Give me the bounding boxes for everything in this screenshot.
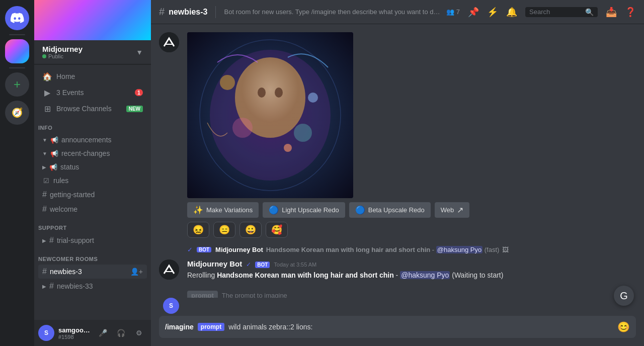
light-upscale-redo-button[interactable]: 🔵 Light Upscale Redo: [263, 202, 345, 218]
reaction-grin[interactable]: 😀: [239, 222, 262, 238]
main-content: # newbies-3 Bot room for new users. Type…: [151, 0, 644, 346]
channel-status[interactable]: ▶ 📢 status: [38, 160, 147, 174]
chat-area: ✨ Make Variations 🔵 Light Upscale Redo 🔵…: [151, 24, 644, 298]
bot-badge: BOT: [255, 262, 270, 268]
browse-icon: ⊞: [42, 104, 52, 114]
message-author[interactable]: Midjourney Bot: [187, 260, 242, 268]
channel-label: newbies-33: [57, 282, 93, 290]
discord-home-button[interactable]: [5, 6, 29, 30]
search-bar[interactable]: Search 🔍: [525, 7, 598, 17]
svg-point-9: [308, 93, 318, 103]
input-avatar: S: [163, 298, 179, 314]
explore-servers-button[interactable]: 🧭: [5, 101, 29, 125]
channel-label: status: [60, 163, 79, 171]
member-count[interactable]: 👥 7: [446, 8, 460, 16]
settings-button[interactable]: ⚙: [131, 325, 147, 341]
pin-icon[interactable]: 📌: [468, 7, 479, 18]
deafen-button[interactable]: 🎧: [113, 325, 129, 341]
channel-label: rules: [53, 177, 68, 185]
web-label: Web: [441, 206, 454, 214]
help-icon[interactable]: ❓: [625, 7, 636, 18]
sidebar-channels: 🏠 Home ▶ 3 Events 1 ⊞ Browse Channels NE…: [34, 64, 151, 320]
beta-upscale-redo-button[interactable]: 🔵 Beta Upscale Redo: [349, 202, 431, 218]
prompt-row: prompt The prompt to imagine: [187, 291, 636, 298]
add-member-icon[interactable]: 👤+: [130, 268, 143, 276]
inbox-icon[interactable]: 📥: [606, 7, 617, 18]
server-header[interactable]: Midjourney Public ▼: [34, 40, 151, 64]
mute-button[interactable]: 🎤: [95, 325, 111, 341]
sidebar-item-home[interactable]: 🏠 Home: [38, 68, 147, 84]
channel-hash-icon: #: [159, 6, 165, 18]
server-divider-2: [9, 67, 25, 68]
channel-announcements[interactable]: ▼ 📢 announcements: [38, 133, 147, 146]
server-name: Midjourney: [42, 45, 83, 53]
hash-icon: #: [42, 205, 47, 214]
channel-header: # newbies-3: [159, 6, 207, 18]
channel-rules[interactable]: ☑ rules: [38, 174, 147, 187]
browse-channels-button[interactable]: ⊞ Browse Channels NEW: [38, 101, 147, 117]
channel-trial-support[interactable]: ▶ # trial-support: [38, 233, 147, 247]
make-variations-button[interactable]: ✨ Make Variations: [187, 202, 259, 218]
message-content: ✓ BOT Midjourney Bot Handsome Korean man…: [187, 246, 636, 253]
home-label: Home: [56, 72, 75, 80]
message-time: Today at 3:55 AM: [274, 262, 316, 268]
message-header: Midjourney Bot ✓ BOT Today at 3:55 AM: [187, 260, 636, 268]
channel-label: announcements: [61, 136, 112, 144]
beta-upscale-label: Beta Upscale Redo: [368, 206, 425, 214]
action-buttons: ✨ Make Variations 🔵 Light Upscale Redo 🔵…: [187, 202, 636, 218]
prompt-description: The prompt to imagine: [222, 292, 287, 298]
channel-newbies-33[interactable]: ▶ # newbies-33: [38, 279, 147, 293]
server-banner: [34, 0, 151, 40]
reaction-tired[interactable]: 😖: [187, 222, 209, 238]
chat-input[interactable]: [228, 323, 613, 331]
channel-getting-started[interactable]: # getting-started: [38, 188, 147, 202]
topbar: # newbies-3 Bot room for new users. Type…: [151, 0, 644, 24]
hash-icon: #: [42, 190, 47, 199]
reaction-expressionless[interactable]: 😑: [213, 222, 235, 238]
sidebar-item-events[interactable]: ▶ 3 Events 1: [38, 84, 147, 101]
inline-author: Midjourney Bot: [215, 246, 263, 253]
scroll-to-bottom-button[interactable]: G: [614, 286, 634, 306]
check-icon: ☑: [42, 177, 50, 185]
channel-recent-changes[interactable]: ▼ 📢 recent-changes: [38, 147, 147, 160]
image-icon[interactable]: 🖼: [502, 246, 509, 253]
table-row: ✓ BOT Midjourney Bot Handsome Korean man…: [159, 246, 636, 253]
events-label: 3 Events: [56, 89, 84, 97]
server-divider: [9, 34, 25, 35]
channel-name: newbies-3: [169, 8, 207, 17]
reaction-heart-eyes[interactable]: 🥰: [266, 222, 288, 238]
bot-badge-inline: BOT: [197, 247, 211, 252]
topbar-icons: 👥 7 📌 ⚡ 🔔 Search 🔍 📥 ❓: [446, 7, 636, 18]
avatar-spacer: [159, 246, 179, 253]
channel-label: welcome: [50, 205, 77, 213]
channel-newbies-3[interactable]: # newbies-3 👤+: [38, 265, 147, 279]
mention[interactable]: @haksung Pyo: [400, 271, 450, 279]
input-area: S /imagine prompt 😊: [151, 298, 644, 346]
message-content: Midjourney Bot ✓ BOT Today at 3:55 AM Re…: [187, 260, 636, 281]
svg-point-11: [232, 118, 253, 138]
home-icon: 🏠: [42, 71, 52, 81]
notification-icon[interactable]: 🔔: [506, 7, 517, 18]
emoji-picker-button[interactable]: 😊: [617, 321, 630, 333]
section-info: INFO: [34, 117, 151, 133]
message-image: [187, 32, 353, 198]
svg-point-8: [220, 75, 235, 90]
variations-icon: ✨: [193, 205, 203, 215]
midjourney-server-icon[interactable]: [5, 39, 29, 63]
table-row: ✨ Make Variations 🔵 Light Upscale Redo 🔵…: [159, 32, 636, 238]
members-icon: 👥: [446, 8, 454, 16]
boost-icon[interactable]: ⚡: [487, 7, 498, 18]
svg-point-10: [284, 144, 292, 152]
add-server-button[interactable]: +: [5, 72, 29, 97]
channel-welcome[interactable]: # welcome: [38, 202, 147, 216]
group-toggle-icon: ▶: [42, 238, 46, 243]
message-content: ✨ Make Variations 🔵 Light Upscale Redo 🔵…: [187, 32, 636, 238]
group-toggle-icon: ▶: [42, 284, 46, 289]
input-bar: /imagine prompt 😊: [159, 316, 636, 338]
username: samgoodw...: [58, 326, 91, 334]
svg-point-0: [159, 32, 179, 52]
group-toggle-icon: ▼: [42, 137, 47, 143]
user-bar: S samgoodw... #1598 🎤 🎧 ⚙: [34, 320, 151, 346]
web-button[interactable]: Web ↗: [435, 202, 470, 218]
hash-icon: #: [49, 282, 54, 291]
